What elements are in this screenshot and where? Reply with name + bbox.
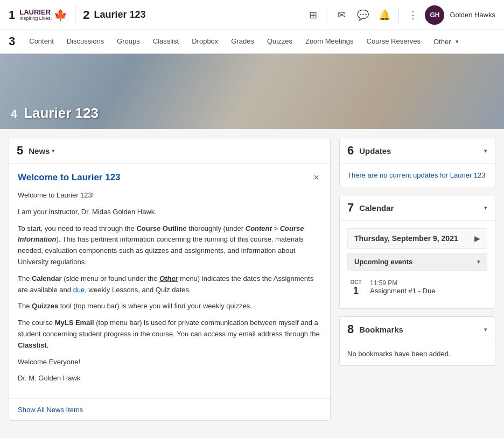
nav-other-dropdown[interactable]: Other ▾ [427, 30, 465, 53]
news-body: Welcome to Laurier 123 × Welcome to Laur… [9, 164, 330, 398]
hero-course-name: Laurier 123 [24, 105, 99, 121]
step7-label: 7 [347, 201, 354, 215]
calendar-date-bar: Thursday, September 9, 2021 ▶ [347, 228, 487, 249]
bookmarks-body: No bookmarks have been added. [340, 342, 495, 365]
news-para-1: Welcome to Laurier 123! [18, 190, 321, 201]
logo: LAURIER Inspiring Lives. 🍁 [19, 9, 67, 22]
chevron-down-icon: ▾ [456, 38, 459, 45]
bookmarks-chevron-icon[interactable]: ▾ [484, 326, 487, 333]
course-title-top: Laurier 123 [94, 9, 146, 20]
logo-text: LAURIER [19, 9, 52, 16]
step6-label: 6 [347, 144, 354, 158]
news-para-7: Welcome Everyone! [18, 357, 321, 368]
article-title: Welcome to Laurier 123 [18, 172, 121, 183]
apps-button[interactable]: ⊞ [303, 5, 323, 25]
updates-label: Updates [359, 146, 482, 156]
main-content: 5 News ▾ Welcome to Laurier 123 × Welcom… [0, 129, 504, 437]
top-bar-actions: ⊞ ✉ 💬 🔔 ⋮ GH Golden Hawks [303, 5, 495, 25]
bell-icon: 🔔 [379, 9, 390, 21]
calendar-current-date: Thursday, September 9, 2021 [354, 234, 458, 243]
updates-body: There are no current updates for Laurier… [340, 164, 495, 187]
news-card: 5 News ▾ Welcome to Laurier 123 × Welcom… [9, 138, 331, 421]
news-para-5: The Quizzes tool (top menu bar) is where… [18, 301, 321, 312]
step4-label: 4 [11, 107, 17, 121]
bookmarks-text: No bookmarks have been added. [347, 350, 451, 358]
divider [75, 5, 75, 25]
calendar-body: Thursday, September 9, 2021 ▶ Upcoming e… [340, 221, 495, 308]
event-name: Assignment #1 - Due [370, 287, 487, 295]
event-date-box: OCT 1 [347, 279, 365, 296]
bookmarks-label: Bookmarks [359, 325, 482, 334]
news-header: 5 News ▾ [9, 138, 330, 164]
calendar-header: 7 Calendar ▾ [340, 195, 495, 221]
news-chevron-icon[interactable]: ▾ [52, 147, 55, 154]
show-all-news-link[interactable]: Show All News Items [18, 406, 83, 414]
event-day: 1 [347, 285, 365, 296]
more-button[interactable]: ⋮ [403, 5, 423, 25]
bookmarks-card: 8 Bookmarks ▾ No bookmarks have been add… [339, 316, 495, 366]
divider-sm2 [398, 7, 399, 23]
nav-classlist[interactable]: Classlist [146, 30, 185, 53]
nav-other-label: Other [433, 38, 451, 46]
more-icon: ⋮ [408, 9, 418, 21]
news-para-8: Dr. M. Golden Hawk [18, 373, 321, 384]
event-time: 11:59 PM [370, 279, 487, 287]
news-label: News [29, 146, 50, 156]
step3-label: 3 [9, 34, 15, 48]
mail-icon: ✉ [338, 9, 346, 21]
updates-text: There are no current updates for Laurier… [347, 171, 486, 179]
nav-groups[interactable]: Groups [110, 30, 146, 53]
nav-grades[interactable]: Grades [225, 30, 261, 53]
calendar-chevron-icon[interactable]: ▾ [484, 204, 487, 211]
user-name: Golden Hawks [450, 11, 495, 19]
article-header: Welcome to Laurier 123 × [18, 172, 321, 183]
calendar-next-button[interactable]: ▶ [474, 234, 480, 243]
news-para-3: To start, you need to read through the C… [18, 223, 321, 268]
event-month: OCT [347, 279, 365, 285]
chat-icon: 💬 [357, 9, 369, 21]
upcoming-events-header[interactable]: Upcoming events ▾ [347, 253, 487, 271]
nav-discussions[interactable]: Discussions [60, 30, 110, 53]
logo-sub: Inspiring Lives. [19, 16, 52, 21]
step1-label: 1 [9, 8, 15, 22]
upcoming-label: Upcoming events [354, 258, 412, 266]
bookmarks-header: 8 Bookmarks ▾ [340, 317, 495, 342]
news-para-2: I am your instructor, Dr. Midas Golden H… [18, 207, 321, 218]
chat-button[interactable]: 💬 [353, 5, 373, 25]
avatar[interactable]: GH [425, 5, 444, 25]
news-para-4: The Calendar (side menu or found under t… [18, 273, 321, 296]
step5-label: 5 [17, 144, 23, 158]
step8-label: 8 [347, 322, 354, 336]
event-details: 11:59 PM Assignment #1 - Due [370, 279, 487, 295]
hero-banner: 4 Laurier 123 [0, 54, 504, 129]
nav-zoom[interactable]: Zoom Meetings [299, 30, 360, 53]
nav-dropbox[interactable]: Dropbox [185, 30, 225, 53]
updates-chevron-icon[interactable]: ▾ [484, 147, 487, 154]
step2-label: 2 [83, 8, 89, 22]
nav-content[interactable]: Content [23, 30, 60, 53]
upcoming-chevron-icon: ▾ [477, 258, 480, 265]
calendar-label: Calendar [359, 203, 482, 213]
news-footer: Show All News Items [9, 398, 330, 420]
event-row: OCT 1 11:59 PM Assignment #1 - Due [347, 275, 487, 301]
nav-course-reserves[interactable]: Course Reserves [360, 30, 427, 53]
divider-sm [327, 7, 327, 23]
mail-button[interactable]: ✉ [332, 5, 351, 25]
left-panel: 5 News ▾ Welcome to Laurier 123 × Welcom… [9, 138, 331, 428]
right-panel: 6 Updates ▾ There are no current updates… [339, 138, 495, 428]
updates-header: 6 Updates ▾ [340, 138, 495, 164]
bell-button[interactable]: 🔔 [375, 5, 394, 25]
hero-title-area: 4 Laurier 123 [0, 97, 109, 129]
news-para-6: The course MyLS Email (top menu bar) is … [18, 317, 321, 351]
close-article-button[interactable]: × [311, 172, 321, 183]
apps-icon: ⊞ [309, 9, 317, 21]
leaf-icon: 🍁 [54, 9, 67, 22]
nav-quizzes[interactable]: Quizzes [261, 30, 299, 53]
calendar-card: 7 Calendar ▾ Thursday, September 9, 2021… [339, 195, 495, 309]
updates-card: 6 Updates ▾ There are no current updates… [339, 138, 495, 187]
nav-bar: 3 Content Discussions Groups Classlist D… [0, 30, 504, 54]
